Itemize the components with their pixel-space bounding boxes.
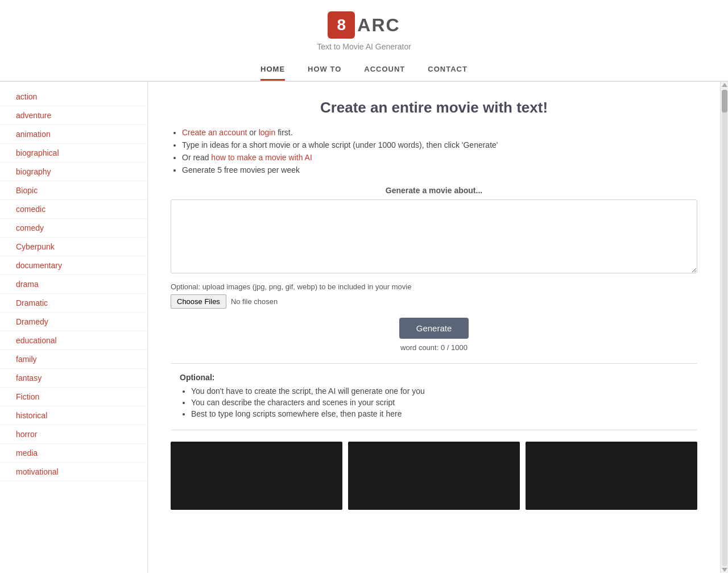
movie-thumbnails	[171, 442, 697, 510]
movie-textarea[interactable]	[171, 199, 697, 273]
optional-item: You can describe the characters and scen…	[191, 398, 697, 407]
tagline: Text to Movie AI Generator	[0, 42, 728, 51]
scroll-thumb[interactable]	[722, 90, 727, 113]
instructions-list: Create an account or login first. Type i…	[171, 128, 697, 174]
sidebar-item-dramatic[interactable]: Dramatic	[0, 294, 147, 313]
nav-contact[interactable]: CONTACT	[428, 65, 468, 81]
optional-item: Best to type long scripts somewhere else…	[191, 409, 697, 418]
sidebar-item-dramedy[interactable]: Dramedy	[0, 313, 147, 331]
sidebar-item-educational[interactable]: educational	[0, 331, 147, 350]
nav-howto[interactable]: HOW TO	[308, 65, 341, 81]
thumbnail-2	[348, 442, 520, 510]
instruction-1-end: first.	[278, 128, 292, 137]
instruction-1: Create an account or login first.	[182, 128, 697, 137]
nav-home[interactable]: HOME	[260, 65, 285, 81]
optional-section: Optional: You don't have to create the s…	[171, 363, 697, 430]
login-link[interactable]: login	[259, 128, 276, 137]
logo-container: 8 ARC	[328, 11, 400, 39]
scroll-track[interactable]	[722, 90, 727, 566]
howto-link[interactable]: how to make a movie with AI	[211, 153, 312, 162]
thumbnail-3	[526, 442, 697, 510]
optional-title: Optional:	[180, 373, 697, 382]
sidebar-item-biographical[interactable]: biographical	[0, 144, 147, 163]
generate-button[interactable]: Generate	[399, 318, 469, 339]
sidebar-item-biography[interactable]: biography	[0, 163, 147, 181]
generate-button-row: Generate	[171, 318, 697, 339]
create-account-link[interactable]: Create an account	[182, 128, 247, 137]
sidebar-item-horror[interactable]: horror	[0, 425, 147, 444]
sidebar: actionadventureanimationbiographicalbiog…	[0, 82, 148, 573]
header: 8 ARC Text to Movie AI Generator HOME HO…	[0, 0, 728, 82]
file-input-row: Choose Files No file chosen	[171, 294, 697, 309]
instruction-4: Generate 5 free movies per week	[182, 165, 697, 174]
sidebar-item-cyberpunk[interactable]: Cyberpunk	[0, 238, 147, 256]
sidebar-item-adventure[interactable]: adventure	[0, 106, 147, 125]
sidebar-item-drama[interactable]: drama	[0, 275, 147, 294]
thumbnail-1	[171, 442, 342, 510]
sidebar-item-biopic[interactable]: Biopic	[0, 181, 147, 200]
sidebar-item-animation[interactable]: animation	[0, 125, 147, 144]
sidebar-item-motivational[interactable]: motivational	[0, 463, 147, 481]
main-content: Create an entire movie with text! Create…	[148, 82, 720, 573]
upload-info: Optional: upload images (jpg, png, gif, …	[171, 282, 697, 291]
sidebar-item-documentary[interactable]: documentary	[0, 256, 147, 275]
logo-number: 8	[328, 11, 355, 39]
word-count: word count: 0 / 1000	[171, 343, 697, 352]
sidebar-item-family[interactable]: family	[0, 350, 147, 369]
scroll-down-arrow[interactable]	[722, 568, 727, 572]
nav-account[interactable]: ACCOUNT	[364, 65, 405, 81]
instruction-1-mid: or	[249, 128, 258, 137]
instruction-3: Or read how to make a movie with AI	[182, 153, 697, 162]
sidebar-item-fantasy[interactable]: fantasy	[0, 369, 147, 388]
optional-item: You don't have to create the script, the…	[191, 386, 697, 396]
sidebar-item-action[interactable]: action	[0, 88, 147, 106]
logo-text: ARC	[355, 15, 400, 36]
sidebar-item-media[interactable]: media	[0, 444, 147, 463]
optional-list: You don't have to create the script, the…	[180, 386, 697, 418]
sidebar-item-comedic[interactable]: comedic	[0, 200, 147, 219]
no-file-text: No file chosen	[231, 297, 278, 306]
nav: HOME HOW TO ACCOUNT CONTACT	[0, 59, 728, 81]
generate-label: Generate a movie about...	[171, 186, 697, 195]
layout: actionadventureanimationbiographicalbiog…	[0, 82, 728, 573]
choose-files-button[interactable]: Choose Files	[171, 294, 226, 309]
scroll-up-arrow[interactable]	[722, 83, 727, 87]
sidebar-item-fiction[interactable]: Fiction	[0, 388, 147, 406]
scrollbar[interactable]	[720, 82, 728, 573]
instruction-2: Type in ideas for a short movie or a who…	[182, 140, 697, 149]
sidebar-item-comedy[interactable]: comedy	[0, 219, 147, 238]
page-title: Create an entire movie with text!	[171, 99, 697, 117]
sidebar-item-historical[interactable]: historical	[0, 406, 147, 425]
